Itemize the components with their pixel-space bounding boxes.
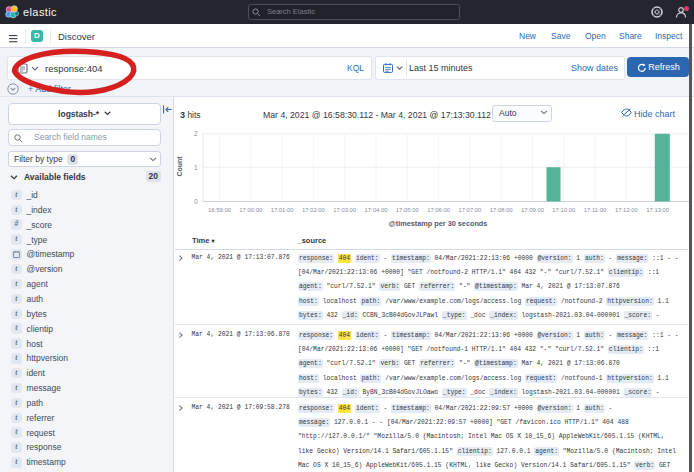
svg-text:17:08:00: 17:08:00 [490, 207, 514, 213]
svg-text:2: 2 [194, 130, 198, 137]
svg-text:17:13:00: 17:13:00 [646, 207, 670, 213]
svg-text:0: 0 [194, 198, 198, 205]
svg-text:17:05:00: 17:05:00 [396, 207, 420, 213]
svg-text:17:11:00: 17:11:00 [584, 207, 607, 213]
svg-text:17:07:00: 17:07:00 [458, 207, 482, 213]
svg-text:17:03:00: 17:03:00 [333, 207, 357, 213]
svg-text:1: 1 [194, 164, 198, 171]
svg-text:16:59:00: 16:59:00 [208, 207, 232, 213]
svg-text:17:04:00: 17:04:00 [365, 207, 389, 213]
svg-text:17:01:00: 17:01:00 [271, 207, 295, 213]
svg-text:@timestamp per 30 seconds: @timestamp per 30 seconds [389, 219, 488, 228]
svg-text:17:00:00: 17:00:00 [239, 207, 263, 213]
svg-text:Count: Count [176, 156, 183, 177]
svg-text:17:02:00: 17:02:00 [302, 207, 326, 213]
svg-text:17:06:00: 17:06:00 [427, 207, 451, 213]
svg-text:17:12:00: 17:12:00 [615, 207, 639, 213]
svg-text:17:09:00: 17:09:00 [521, 207, 545, 213]
svg-text:17:10:00: 17:10:00 [552, 207, 576, 213]
